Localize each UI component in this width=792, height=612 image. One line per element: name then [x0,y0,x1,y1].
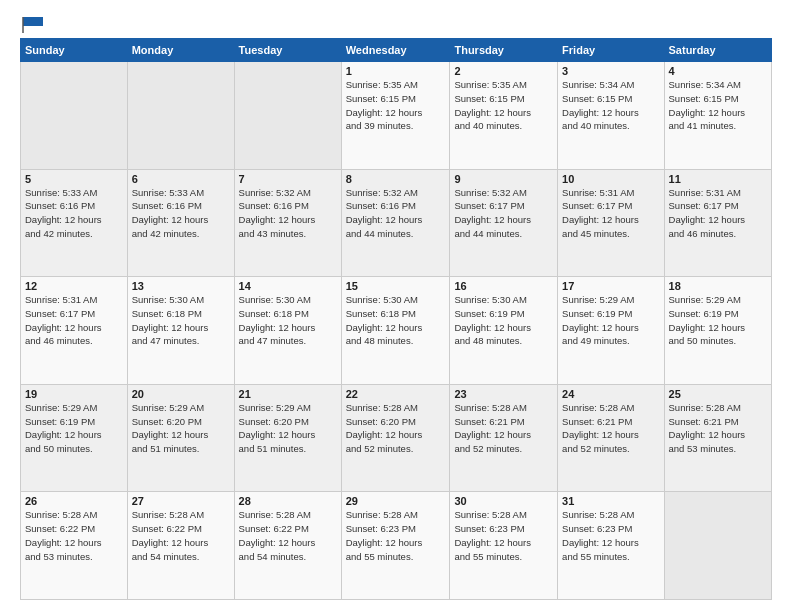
calendar-cell: 2Sunrise: 5:35 AM Sunset: 6:15 PM Daylig… [450,62,558,170]
calendar-cell: 26Sunrise: 5:28 AM Sunset: 6:22 PM Dayli… [21,492,128,600]
day-info: Sunrise: 5:29 AM Sunset: 6:19 PM Dayligh… [669,293,767,348]
calendar-header-monday: Monday [127,39,234,62]
calendar-header-row: SundayMondayTuesdayWednesdayThursdayFrid… [21,39,772,62]
calendar-cell [234,62,341,170]
day-number: 28 [239,495,337,507]
calendar-week-2: 5Sunrise: 5:33 AM Sunset: 6:16 PM Daylig… [21,169,772,277]
calendar-week-4: 19Sunrise: 5:29 AM Sunset: 6:19 PM Dayli… [21,384,772,492]
calendar-cell: 25Sunrise: 5:28 AM Sunset: 6:21 PM Dayli… [664,384,771,492]
day-number: 12 [25,280,123,292]
day-number: 23 [454,388,553,400]
calendar-cell: 29Sunrise: 5:28 AM Sunset: 6:23 PM Dayli… [341,492,450,600]
calendar-cell: 24Sunrise: 5:28 AM Sunset: 6:21 PM Dayli… [558,384,664,492]
calendar-week-1: 1Sunrise: 5:35 AM Sunset: 6:15 PM Daylig… [21,62,772,170]
day-info: Sunrise: 5:30 AM Sunset: 6:18 PM Dayligh… [346,293,446,348]
calendar-cell: 3Sunrise: 5:34 AM Sunset: 6:15 PM Daylig… [558,62,664,170]
day-number: 10 [562,173,659,185]
logo-flag-icon [21,16,45,34]
day-number: 19 [25,388,123,400]
calendar-header-thursday: Thursday [450,39,558,62]
day-number: 3 [562,65,659,77]
calendar-cell: 17Sunrise: 5:29 AM Sunset: 6:19 PM Dayli… [558,277,664,385]
calendar-cell: 4Sunrise: 5:34 AM Sunset: 6:15 PM Daylig… [664,62,771,170]
calendar-cell: 14Sunrise: 5:30 AM Sunset: 6:18 PM Dayli… [234,277,341,385]
header [20,16,772,30]
day-number: 25 [669,388,767,400]
day-info: Sunrise: 5:29 AM Sunset: 6:19 PM Dayligh… [562,293,659,348]
calendar-page: SundayMondayTuesdayWednesdayThursdayFrid… [0,0,792,612]
day-info: Sunrise: 5:29 AM Sunset: 6:20 PM Dayligh… [239,401,337,456]
day-info: Sunrise: 5:33 AM Sunset: 6:16 PM Dayligh… [25,186,123,241]
calendar-cell: 11Sunrise: 5:31 AM Sunset: 6:17 PM Dayli… [664,169,771,277]
day-info: Sunrise: 5:30 AM Sunset: 6:19 PM Dayligh… [454,293,553,348]
calendar-header-sunday: Sunday [21,39,128,62]
calendar-week-3: 12Sunrise: 5:31 AM Sunset: 6:17 PM Dayli… [21,277,772,385]
day-number: 4 [669,65,767,77]
calendar-cell: 15Sunrise: 5:30 AM Sunset: 6:18 PM Dayli… [341,277,450,385]
calendar-cell [127,62,234,170]
day-info: Sunrise: 5:28 AM Sunset: 6:23 PM Dayligh… [346,508,446,563]
day-number: 14 [239,280,337,292]
calendar-cell: 13Sunrise: 5:30 AM Sunset: 6:18 PM Dayli… [127,277,234,385]
day-number: 5 [25,173,123,185]
day-number: 26 [25,495,123,507]
calendar-cell: 10Sunrise: 5:31 AM Sunset: 6:17 PM Dayli… [558,169,664,277]
calendar-cell: 9Sunrise: 5:32 AM Sunset: 6:17 PM Daylig… [450,169,558,277]
day-info: Sunrise: 5:28 AM Sunset: 6:23 PM Dayligh… [454,508,553,563]
day-info: Sunrise: 5:34 AM Sunset: 6:15 PM Dayligh… [669,78,767,133]
day-info: Sunrise: 5:30 AM Sunset: 6:18 PM Dayligh… [132,293,230,348]
calendar-table: SundayMondayTuesdayWednesdayThursdayFrid… [20,38,772,600]
day-info: Sunrise: 5:31 AM Sunset: 6:17 PM Dayligh… [669,186,767,241]
day-info: Sunrise: 5:28 AM Sunset: 6:22 PM Dayligh… [132,508,230,563]
calendar-cell: 6Sunrise: 5:33 AM Sunset: 6:16 PM Daylig… [127,169,234,277]
day-info: Sunrise: 5:30 AM Sunset: 6:18 PM Dayligh… [239,293,337,348]
calendar-cell: 23Sunrise: 5:28 AM Sunset: 6:21 PM Dayli… [450,384,558,492]
day-number: 2 [454,65,553,77]
day-info: Sunrise: 5:34 AM Sunset: 6:15 PM Dayligh… [562,78,659,133]
day-info: Sunrise: 5:28 AM Sunset: 6:22 PM Dayligh… [25,508,123,563]
calendar-cell: 1Sunrise: 5:35 AM Sunset: 6:15 PM Daylig… [341,62,450,170]
calendar-cell: 12Sunrise: 5:31 AM Sunset: 6:17 PM Dayli… [21,277,128,385]
calendar-header-tuesday: Tuesday [234,39,341,62]
day-info: Sunrise: 5:32 AM Sunset: 6:17 PM Dayligh… [454,186,553,241]
day-info: Sunrise: 5:32 AM Sunset: 6:16 PM Dayligh… [346,186,446,241]
day-info: Sunrise: 5:31 AM Sunset: 6:17 PM Dayligh… [25,293,123,348]
day-info: Sunrise: 5:28 AM Sunset: 6:21 PM Dayligh… [669,401,767,456]
calendar-header-friday: Friday [558,39,664,62]
day-info: Sunrise: 5:33 AM Sunset: 6:16 PM Dayligh… [132,186,230,241]
calendar-cell: 7Sunrise: 5:32 AM Sunset: 6:16 PM Daylig… [234,169,341,277]
day-number: 30 [454,495,553,507]
day-number: 24 [562,388,659,400]
calendar-cell: 27Sunrise: 5:28 AM Sunset: 6:22 PM Dayli… [127,492,234,600]
calendar-cell: 31Sunrise: 5:28 AM Sunset: 6:23 PM Dayli… [558,492,664,600]
calendar-cell: 22Sunrise: 5:28 AM Sunset: 6:20 PM Dayli… [341,384,450,492]
day-info: Sunrise: 5:28 AM Sunset: 6:21 PM Dayligh… [562,401,659,456]
day-number: 21 [239,388,337,400]
calendar-cell: 16Sunrise: 5:30 AM Sunset: 6:19 PM Dayli… [450,277,558,385]
day-info: Sunrise: 5:35 AM Sunset: 6:15 PM Dayligh… [454,78,553,133]
day-number: 7 [239,173,337,185]
calendar-header-saturday: Saturday [664,39,771,62]
day-number: 29 [346,495,446,507]
day-number: 1 [346,65,446,77]
day-info: Sunrise: 5:29 AM Sunset: 6:19 PM Dayligh… [25,401,123,456]
day-info: Sunrise: 5:32 AM Sunset: 6:16 PM Dayligh… [239,186,337,241]
day-number: 15 [346,280,446,292]
calendar-cell: 21Sunrise: 5:29 AM Sunset: 6:20 PM Dayli… [234,384,341,492]
day-info: Sunrise: 5:28 AM Sunset: 6:21 PM Dayligh… [454,401,553,456]
day-number: 8 [346,173,446,185]
day-number: 16 [454,280,553,292]
calendar-cell: 28Sunrise: 5:28 AM Sunset: 6:22 PM Dayli… [234,492,341,600]
calendar-header-wednesday: Wednesday [341,39,450,62]
day-number: 13 [132,280,230,292]
logo [20,16,46,30]
day-number: 31 [562,495,659,507]
day-number: 18 [669,280,767,292]
calendar-cell: 5Sunrise: 5:33 AM Sunset: 6:16 PM Daylig… [21,169,128,277]
day-info: Sunrise: 5:35 AM Sunset: 6:15 PM Dayligh… [346,78,446,133]
calendar-cell [664,492,771,600]
calendar-cell: 8Sunrise: 5:32 AM Sunset: 6:16 PM Daylig… [341,169,450,277]
calendar-cell: 30Sunrise: 5:28 AM Sunset: 6:23 PM Dayli… [450,492,558,600]
calendar-cell: 18Sunrise: 5:29 AM Sunset: 6:19 PM Dayli… [664,277,771,385]
day-info: Sunrise: 5:29 AM Sunset: 6:20 PM Dayligh… [132,401,230,456]
